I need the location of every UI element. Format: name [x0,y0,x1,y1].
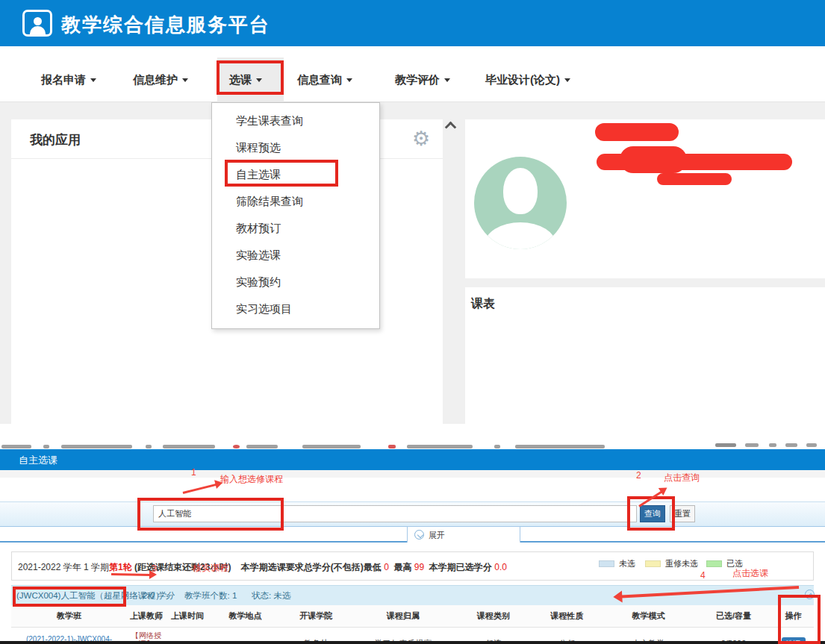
menu-item-textbook-order[interactable]: 教材预订 [212,215,379,242]
subpage-title-bar [0,449,825,470]
caret-down-icon [346,78,352,82]
col-belong: 课程归属 [351,605,455,627]
expand-label: 展开 [429,530,445,541]
redaction-scribble [597,154,792,170]
menu-item-course-preselect[interactable]: 课程预选 [212,134,379,161]
highlight-box-self-select [225,160,338,187]
my-apps-title: 我的应用 [30,131,81,149]
annotation-step3-label: 核实课程 [193,562,228,575]
circle-chevron-down-icon [414,530,424,540]
nav-item-info-query[interactable]: 信息查询 [297,69,352,91]
legend-swatch-selected [706,560,722,567]
profile-card [465,119,825,278]
caret-down-icon [182,78,188,82]
col-nature: 课程性质 [532,605,603,627]
col-time: 上课时间 [166,605,209,627]
legend-swatch-unselected [599,560,614,567]
col-teacher: 上课教师 [127,605,166,627]
caret-down-icon [90,78,96,82]
highlight-box-search-input [137,498,284,531]
col-college: 开课学院 [281,605,351,627]
status-legend: 未选 重修未选 已选 [599,558,743,569]
round-info-text: 2021-2022 学年 1 学期第1轮 (距选课结束还剩23小时) 本学期选课… [18,561,507,574]
table-header-row: 教学班 上课教师 上课时间 教学地点 开课学院 课程归属 课程类别 课程性质 教… [11,605,814,627]
menu-item-student-schedule[interactable]: 学生课表查询 [212,107,379,134]
menu-item-lab-reserve[interactable]: 实验预约 [212,269,379,296]
highlight-box-nav-course-select [217,60,284,95]
timetable-card: 课表 [465,287,825,424]
subpage-strip [0,470,825,478]
caret-down-icon [444,78,450,82]
app-title: 教学综合信息服务平台 [61,12,270,38]
caret-down-icon [564,78,570,82]
course-credits: 2.0 学分 [143,586,174,606]
col-mode: 教学模式 [603,605,694,627]
timetable-title: 课表 [471,296,495,312]
class-table: 教学班 上课教师 上课时间 教学地点 开课学院 课程归属 课程类别 课程性质 教… [11,605,814,644]
subpage-title: 自主选课 [19,454,57,467]
annotation-arrow-1 [183,484,217,494]
class-count: 教学班个数: 1 [184,586,237,606]
annotation-step2-label: 点击查询 [664,472,700,484]
annotation-step1-label: 输入想选修课程 [220,473,283,486]
redaction-scribble [657,173,732,185]
menu-item-filter-result[interactable]: 筛除结果查询 [212,188,379,215]
annotation-step1-number: 1 [191,467,196,478]
annotation-step2-number: 2 [636,470,641,481]
gear-icon[interactable]: ⚙ [412,129,430,149]
nav-item-info-maintain[interactable]: 信息维护 [133,69,188,91]
col-type: 课程类别 [455,605,532,627]
col-class: 教学班 [11,605,127,627]
nav-item-teach-eval[interactable]: 教学评价 [395,69,450,91]
round-info-box: 2021-2022 学年 1 学期第1轮 (距选课结束还剩23小时) 本学期选课… [11,551,814,581]
menu-item-lab-select[interactable]: 实验选课 [212,242,379,269]
menu-item-internship[interactable]: 实习选项目 [212,296,379,322]
favicon-icon [233,445,240,448]
legend-swatch-retake [645,560,661,567]
annotation-step4-label: 点击选课 [732,567,768,580]
nav-item-graduation[interactable]: 毕业设计(论文) [485,69,570,91]
col-capacity: 已选/容量 [694,605,773,627]
redaction-scribble [595,123,679,141]
highlight-box-action-column [778,595,821,644]
highlight-box-query-button [627,496,675,531]
platform-logo-icon [22,10,52,37]
screenshot-root: 教学综合信息服务平台 报名申请 信息维护 选课 信息查询 教学评价 毕业设计(论… [0,0,825,644]
app-header: 教学综合信息服务平台 [0,0,825,46]
expand-toggle[interactable]: 展开 [407,526,520,543]
favicon-icon [388,445,396,448]
highlight-box-course-band [13,587,126,607]
nav-item-application[interactable]: 报名申请 [41,69,96,91]
window-bottom-edge [0,641,825,644]
annotation-step4-number: 4 [700,570,706,581]
avatar [474,157,567,249]
course-status: 状态: 未选 [252,586,290,606]
col-place: 教学地点 [209,605,281,627]
course-select-dropdown: 学生课表查询 课程预选 自主选课 筛除结果查询 教材预订 实验选课 实验预约 实… [211,102,380,329]
course-band[interactable]: (JWCX004)人工智能（超星网络课程） - 2.0 学分 教学班个数: 1 … [11,585,814,605]
